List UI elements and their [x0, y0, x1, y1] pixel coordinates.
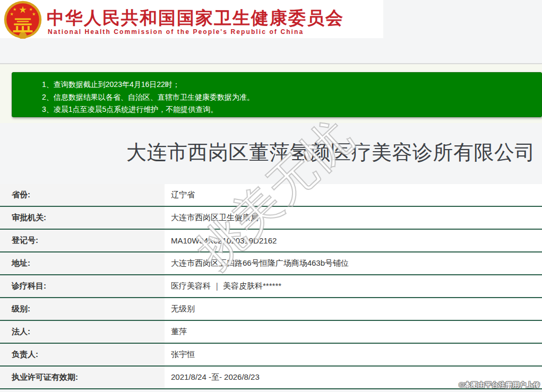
field-value-person-in-charge: 张宇恒 — [165, 344, 542, 365]
query-notice-box: 1、查询数据截止到2023年4月16日22时； 2、信息数据结果以各省、自治区、… — [12, 72, 542, 117]
field-label-address: 地址: — [0, 252, 165, 274]
table-row: 登记号: MA10W34K021020319D2162 — [0, 230, 542, 252]
field-value-approval-authority: 大连市西岗区卫生健康局 — [165, 207, 542, 229]
upload-credit-watermark: ©本图由平台注册用户上传 — [459, 380, 540, 390]
field-value-registration-number: MA10W34K021020319D2162 — [165, 230, 542, 251]
site-header: 中华人民共和国国家卫生健康委员会 National Health Commiss… — [0, 0, 383, 38]
notice-item-1: 1、查询数据截止到2023年4月16日22时； — [42, 79, 536, 91]
institution-name-title: 大连市西岗区董萍氢颜医疗美容诊所有限公司 — [126, 139, 535, 166]
institution-info-table: 省份: 辽宁省 审批机关: 大连市西岗区卫生健康局 登记号: MA10W34K0… — [0, 184, 542, 389]
field-value-address: 大连市西岗区五四路66号恒隆广场商场463b号铺位 — [165, 252, 542, 274]
field-value-level: 无级别 — [165, 298, 542, 320]
field-value-treatment-subjects: 医疗美容科 ｜ 美容皮肤科****** — [165, 275, 542, 297]
field-label-treatment-subjects: 诊疗科目: — [0, 275, 165, 297]
field-label-province: 省份: — [0, 184, 165, 206]
field-label-legal-person: 法人: — [0, 321, 165, 343]
site-title-english: National Health Commission of the People… — [48, 28, 304, 36]
field-label-level: 级别: — [0, 298, 165, 320]
field-value-province: 辽宁省 — [165, 184, 542, 206]
table-row: 诊疗科目: 医疗美容科 ｜ 美容皮肤科****** — [0, 275, 542, 298]
field-label-approval-authority: 审批机关: — [0, 207, 165, 229]
field-label-registration-number: 登记号: — [0, 230, 165, 251]
field-label-person-in-charge: 负责人: — [0, 344, 165, 365]
table-row: 级别: 无级别 — [0, 298, 542, 321]
nhc-query-result-page: 中华人民共和国国家卫生健康委员会 National Health Commiss… — [0, 0, 542, 392]
table-row: 省份: 辽宁省 — [0, 184, 542, 207]
table-row: 法人: 董萍 — [0, 321, 542, 344]
national-emblem-icon — [0, 1, 46, 39]
table-row: 审批机关: 大连市西岗区卫生健康局 — [0, 207, 542, 230]
notice-item-3: 3、凌晨1点至凌晨5点系统进行维护，不能提供查询。 — [42, 103, 536, 116]
table-row: 地址: 大连市西岗区五四路66号恒隆广场商场463b号铺位 — [0, 252, 542, 275]
notice-item-2: 2、信息数据结果以各省、自治区、直辖市卫生健康委数据为准。 — [42, 91, 536, 104]
site-title-chinese: 中华人民共和国国家卫生健康委员会 — [47, 6, 344, 30]
field-value-legal-person: 董萍 — [165, 321, 542, 343]
table-row: 负责人: 张宇恒 — [0, 344, 542, 367]
field-label-license-validity: 执业许可证有效期: — [0, 367, 165, 388]
